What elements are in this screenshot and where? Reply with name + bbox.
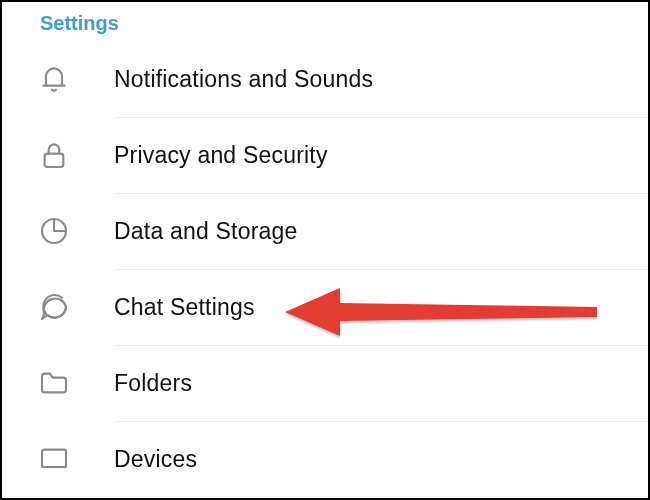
device-icon [32, 443, 114, 475]
settings-list: Notifications and Sounds Privacy and Sec… [2, 41, 648, 497]
settings-item-label: Folders [114, 370, 192, 397]
section-header-title: Settings [40, 12, 119, 34]
settings-item-chat-settings[interactable]: Chat Settings [32, 269, 648, 345]
settings-item-label: Chat Settings [114, 294, 255, 321]
folder-icon [32, 367, 114, 399]
settings-item-label: Data and Storage [114, 218, 298, 245]
settings-item-label: Devices [114, 446, 197, 473]
bell-icon [32, 63, 114, 95]
svg-rect-2 [42, 450, 66, 467]
settings-item-data-storage[interactable]: Data and Storage [32, 193, 648, 269]
settings-item-devices[interactable]: Devices [32, 421, 648, 497]
pie-chart-icon [32, 215, 114, 247]
svg-rect-0 [45, 154, 64, 167]
settings-item-label: Notifications and Sounds [114, 66, 373, 93]
lock-icon [32, 139, 114, 171]
chat-bubble-icon [32, 291, 114, 323]
settings-item-folders[interactable]: Folders [32, 345, 648, 421]
settings-item-privacy[interactable]: Privacy and Security [32, 117, 648, 193]
settings-item-label: Privacy and Security [114, 142, 328, 169]
settings-item-notifications[interactable]: Notifications and Sounds [32, 41, 648, 117]
section-header: Settings [2, 2, 648, 41]
